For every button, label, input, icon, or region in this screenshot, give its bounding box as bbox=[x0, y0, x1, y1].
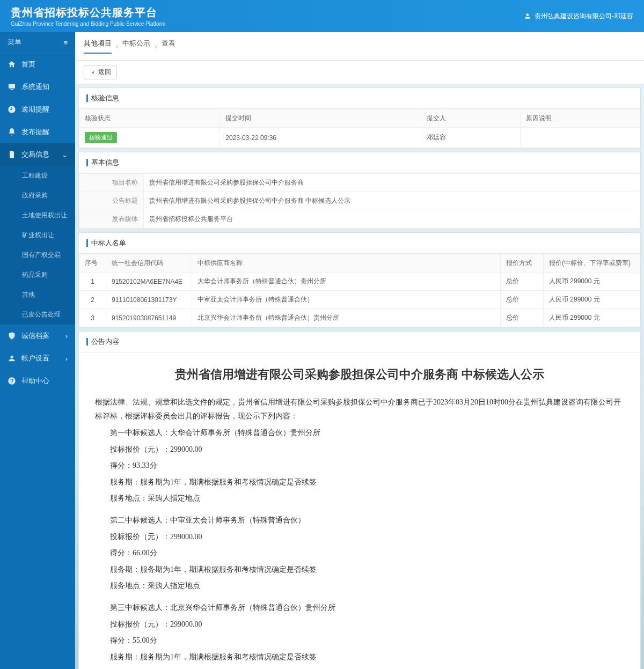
chevron-right-icon: › bbox=[65, 332, 68, 340]
table-row: 3915201903087651149北京兴华会计师事务所（特殊普通合伙）贵州分… bbox=[79, 309, 640, 327]
col-header: 报价(中标价、下浮率或费率) bbox=[544, 254, 640, 273]
breadcrumb-item[interactable]: 其他项目 bbox=[84, 39, 112, 54]
verify-panel: 核验信息 核验状态 提交时间 提交人 原因说明 核验通过 2023-03-22 … bbox=[78, 87, 641, 149]
back-button[interactable]: 返回 bbox=[84, 65, 117, 79]
sidebar-sub-item[interactable]: 其他 bbox=[0, 285, 75, 305]
announce-line: 投标报价（元）：299000.00 bbox=[95, 617, 624, 632]
sidebar-sub-item[interactable]: 已发公告处理 bbox=[0, 305, 75, 325]
col-header: 序号 bbox=[79, 254, 106, 273]
cell-name: 中审亚太会计师事务所（特殊普通合伙） bbox=[192, 291, 501, 309]
sidebar-item-label: 发布提醒 bbox=[21, 127, 49, 137]
announce-line: 得分：66.00分 bbox=[95, 546, 624, 561]
announce-line: 服务期：服务期为1年，期满根据服务和考核情况确定是否续签 bbox=[95, 563, 624, 577]
cell-method: 总价 bbox=[501, 291, 544, 309]
basic-panel: 基本信息 项目名称贵州省信用增进有限公司采购参股担保公司中介服务商公告标题贵州省… bbox=[78, 152, 641, 229]
sidebar-item-monitor[interactable]: 系统通知 bbox=[0, 76, 75, 98]
clock-icon bbox=[8, 105, 16, 114]
kv-key: 公告标题 bbox=[79, 192, 144, 210]
announce-line: 得分：55.00分 bbox=[95, 634, 624, 648]
cell-idx: 3 bbox=[79, 309, 106, 327]
kv-key: 发布媒体 bbox=[79, 210, 144, 229]
announce-line: 服务地点：采购人指定地点 bbox=[95, 666, 624, 669]
sidebar-item-doc[interactable]: 交易信息⌄ bbox=[0, 143, 75, 166]
announce-line: 投标报价（元）：299000.00 bbox=[95, 530, 624, 545]
kv-key: 项目名称 bbox=[79, 174, 144, 192]
col-header: 提交时间 bbox=[220, 109, 421, 128]
breadcrumb: 其他项目 › 中标公示 › 查看 bbox=[75, 32, 644, 61]
sidebar-item-clock[interactable]: 逾期提醒 bbox=[0, 98, 75, 121]
app-header: 贵州省招标投标公共服务平台 GuiZhou Province Tendering… bbox=[0, 0, 644, 32]
main-content: 其他项目 › 中标公示 › 查看 返回 核验信息 核验状态 提交时间 提交人 原… bbox=[75, 32, 644, 669]
announce-body: 贵州省信用增进有限公司采购参股担保公司中介服务商 中标候选人公示 根据法律、法规… bbox=[79, 352, 640, 669]
cell-method: 总价 bbox=[501, 273, 544, 291]
sidebar-item-bell[interactable]: 发布提醒 bbox=[0, 121, 75, 143]
arrow-left-icon bbox=[90, 69, 96, 76]
app-title: 贵州省招标投标公共服务平台 bbox=[11, 5, 165, 20]
announce-panel: 公告内容 贵州省信用增进有限公司采购参股担保公司中介服务商 中标候选人公示 根据… bbox=[78, 331, 641, 669]
bell-icon bbox=[8, 128, 16, 136]
col-header: 提交人 bbox=[421, 109, 521, 128]
kv-value: 贵州省信用增进有限公司采购参股担保公司中介服务商 bbox=[144, 174, 640, 192]
cell-code: 91520102MA6EE7NA4E bbox=[106, 273, 192, 291]
kv-value: 贵州省招标投标公共服务平台 bbox=[144, 210, 640, 229]
chevron-right-icon: › bbox=[155, 42, 157, 50]
cell-code: 915201903087651149 bbox=[106, 309, 192, 327]
announce-line: 投标报价（元）：299000.00 bbox=[95, 443, 624, 457]
announce-line: 服务期：服务期为1年，期满根据服务和考核情况确定是否续签 bbox=[95, 650, 624, 665]
winners-panel: 中标人名单 序号 统一社会信用代码 中标供应商名称 报价方式 报价(中标价、下浮… bbox=[78, 232, 641, 328]
announce-title: 贵州省信用增进有限公司采购参股担保公司中介服务商 中标候选人公示 bbox=[95, 363, 624, 386]
user-info[interactable]: 贵州弘典建设咨询有限公司-邓廷容 bbox=[524, 12, 633, 21]
sidebar-item-label: 诚信档案 bbox=[21, 331, 49, 341]
logo-block: 贵州省招标投标公共服务平台 GuiZhou Province Tendering… bbox=[11, 5, 165, 27]
announce-line: 第一中标候选人：大华会计师事务所（特殊普通合伙）贵州分所 bbox=[95, 426, 624, 440]
cell-name: 大华会计师事务所（特殊普通合伙）贵州分所 bbox=[192, 273, 501, 291]
panel-title: 中标人名单 bbox=[79, 233, 640, 254]
menu-header: 菜单 ≡ bbox=[0, 32, 75, 53]
sidebar-item-label: 首页 bbox=[21, 60, 35, 69]
sidebar-item-user[interactable]: 帐户设置› bbox=[0, 347, 75, 370]
sidebar-sub-item[interactable]: 工程建设 bbox=[0, 166, 75, 186]
sidebar-item-shield[interactable]: 诚信档案› bbox=[0, 325, 75, 347]
menu-label: 菜单 bbox=[8, 38, 21, 47]
breadcrumb-item: 查看 bbox=[162, 39, 175, 54]
help-icon bbox=[8, 377, 16, 385]
shield-icon bbox=[8, 332, 16, 340]
panel-title: 核验信息 bbox=[79, 88, 640, 109]
sidebar-sub-item[interactable]: 国有产权交易 bbox=[0, 245, 75, 265]
table-row: 项目名称贵州省信用增进有限公司采购参股担保公司中介服务商 bbox=[79, 174, 640, 192]
menu-collapse-icon[interactable]: ≡ bbox=[63, 39, 68, 47]
basic-table: 项目名称贵州省信用增进有限公司采购参股担保公司中介服务商公告标题贵州省信用增进有… bbox=[79, 173, 640, 229]
col-header: 原因说明 bbox=[520, 109, 640, 128]
sidebar-item-label: 交易信息 bbox=[21, 150, 49, 159]
cell-price: 人民币 299000 元 bbox=[544, 291, 640, 309]
table-row: 191520102MA6EE7NA4E大华会计师事务所（特殊普通合伙）贵州分所总… bbox=[79, 273, 640, 291]
sidebar-sub-item[interactable]: 药品采购 bbox=[0, 265, 75, 285]
sidebar-item-label: 帐户设置 bbox=[21, 354, 49, 363]
cell-reason bbox=[520, 128, 640, 148]
sidebar-sub-item[interactable]: 政府采购 bbox=[0, 186, 75, 205]
announce-line: 服务地点：采购人指定地点 bbox=[95, 579, 624, 593]
user-name: 贵州弘典建设咨询有限公司-邓廷容 bbox=[535, 12, 633, 21]
announce-line: 服务期：服务期为1年，期满根据服务和考核情况确定是否续签 bbox=[95, 475, 624, 490]
back-label: 返回 bbox=[98, 68, 111, 77]
chevron-right-icon: › bbox=[116, 42, 118, 50]
winners-table: 序号 统一社会信用代码 中标供应商名称 报价方式 报价(中标价、下浮率或费率) … bbox=[79, 254, 640, 327]
cell-time: 2023-03-22 09:36 bbox=[220, 128, 421, 148]
cell-code: 91110108061301173Y bbox=[106, 291, 192, 309]
breadcrumb-item[interactable]: 中标公示 bbox=[122, 39, 150, 54]
user-icon bbox=[8, 354, 16, 363]
sidebar-sub-item[interactable]: 矿业权出让 bbox=[0, 225, 75, 245]
col-header: 报价方式 bbox=[501, 254, 544, 273]
cell-price: 人民币 299000 元 bbox=[544, 273, 640, 291]
col-header: 中标供应商名称 bbox=[192, 254, 501, 273]
sidebar-item-help[interactable]: 帮助中心 bbox=[0, 370, 75, 392]
announce-line: 得分：93.33分 bbox=[95, 459, 624, 473]
panel-title: 基本信息 bbox=[79, 152, 640, 173]
sidebar-sub-item[interactable]: 土地使用权出让 bbox=[0, 205, 75, 225]
sidebar-item-home[interactable]: 首页 bbox=[0, 53, 75, 76]
user-icon bbox=[524, 12, 531, 20]
announce-intro: 根据法律、法规、规章和比选文件的规定，贵州省信用增进有限公司采购参股担保公司中介… bbox=[95, 395, 624, 424]
announce-line: 第二中标候选人：中审亚太会计师事务所（特殊普通合伙） bbox=[95, 513, 624, 528]
verify-table: 核验状态 提交时间 提交人 原因说明 核验通过 2023-03-22 09:36… bbox=[79, 109, 640, 148]
home-icon bbox=[8, 60, 16, 69]
